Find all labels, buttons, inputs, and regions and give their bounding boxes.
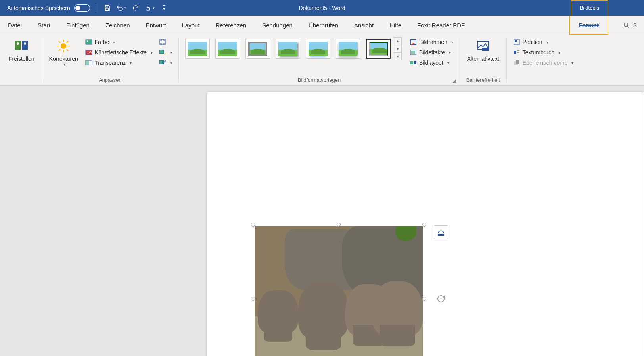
layout-options-button[interactable] [434, 225, 448, 239]
tab-entwurf[interactable]: Entwurf [138, 16, 174, 35]
touch-mode-button[interactable]: ▾ [144, 2, 155, 13]
picture-style-7[interactable] [366, 39, 391, 59]
svg-rect-19 [86, 60, 89, 65]
tab-einfuegen[interactable]: Einfügen [58, 16, 98, 35]
bring-forward-button[interactable]: Ebene nach vorne ▾ [511, 58, 576, 67]
group-anordnen: Position ▾ Textumbruch ▾ Ebene nach vorn… [507, 35, 580, 85]
picture-style-5[interactable] [306, 39, 330, 59]
picture-style-6[interactable] [336, 39, 360, 59]
button-label: Transparenz [95, 60, 126, 66]
gallery-scroll-up[interactable]: ▲ [394, 38, 401, 45]
anpassen-icons-column: ▾ ▾ [157, 37, 174, 67]
change-picture-button[interactable]: ▾ [157, 48, 174, 57]
picture-format-column: Bildrahmen ▾ Bildeffekte ▾ Bildlayout ▾ [407, 37, 456, 67]
picture-border-button[interactable]: Bildrahmen ▾ [407, 37, 456, 47]
svg-rect-32 [514, 51, 516, 54]
chevron-down-icon: ▾ [571, 61, 573, 65]
reset-picture-button[interactable]: ▾ [157, 58, 174, 67]
tab-referenzen[interactable]: Referenzen [208, 16, 255, 35]
picture-style-3[interactable] [245, 39, 270, 59]
picture-layout-button[interactable]: Bildlayout ▾ [407, 58, 456, 67]
autosave-label: Automatisches Speichern [7, 5, 70, 11]
transparency-button[interactable]: Transparenz ▾ [83, 58, 155, 67]
redo-button[interactable] [130, 2, 141, 13]
rotate-handle-icon[interactable] [436, 294, 446, 304]
chevron-down-icon: ▾ [558, 50, 560, 55]
svg-point-5 [24, 42, 26, 45]
svg-point-4 [17, 42, 19, 45]
svg-rect-25 [411, 51, 415, 54]
remove-background-icon [14, 39, 29, 53]
save-icon[interactable] [102, 2, 113, 13]
tell-me-search[interactable]: S [623, 22, 637, 29]
customize-qat-button[interactable]: ▾ [159, 2, 170, 13]
svg-rect-37 [516, 60, 519, 64]
button-label: Position [523, 39, 542, 45]
button-label: Bildeffekte [419, 49, 445, 56]
group-label [21, 77, 22, 85]
undo-button[interactable]: ▾ [116, 2, 127, 13]
tab-start[interactable]: Start [30, 16, 58, 35]
picture-tools-context-tab: Bildtools [571, 0, 608, 16]
picture-bg [372, 281, 423, 337]
alt-text-icon [476, 39, 490, 53]
resize-handle-ml[interactable] [251, 297, 255, 301]
gallery-scroll-down[interactable]: ▼ [394, 45, 401, 53]
compress-pictures-button[interactable] [157, 37, 174, 47]
search-icon [623, 22, 630, 29]
svg-rect-29 [482, 48, 489, 51]
toggle-switch-off-icon[interactable] [74, 4, 90, 12]
position-button[interactable]: Position ▾ [511, 37, 576, 47]
document-canvas[interactable] [0, 86, 644, 356]
resize-handle-mr[interactable] [422, 297, 426, 301]
gallery-items [183, 37, 393, 60]
group-bildformatvorlagen: ▲ ▼ ▾ Bildrahmen ▾ Bildeffekte ▾ [179, 35, 460, 85]
resize-handle-tm[interactable] [337, 223, 341, 227]
resize-handle-tl[interactable] [251, 223, 255, 227]
tab-format[interactable]: Format [570, 22, 608, 29]
color-button[interactable]: Farbe ▾ [83, 37, 155, 47]
group-anpassen: Freistellen [0, 35, 42, 85]
selected-picture[interactable] [253, 225, 424, 356]
tab-datei[interactable]: Datei [0, 16, 30, 35]
tab-ueberpruefen[interactable]: Überprüfen [301, 16, 346, 35]
tab-hilfe[interactable]: Hilfe [381, 16, 409, 35]
svg-point-6 [61, 43, 66, 49]
svg-rect-21 [159, 50, 164, 54]
gallery-scrollbar: ▲ ▼ ▾ [394, 37, 402, 60]
autosave-toggle[interactable]: Automatisches Speichern [7, 4, 90, 12]
tab-ansicht[interactable]: Ansicht [346, 16, 381, 35]
chevron-down-icon[interactable]: ▾ [153, 6, 155, 10]
text-wrap-button[interactable]: Textumbruch ▾ [511, 48, 576, 57]
svg-point-1 [624, 23, 628, 27]
dialog-launcher-icon[interactable]: ◢ [452, 78, 458, 84]
group-label: Anpassen [99, 77, 122, 85]
button-label: Bildrahmen [419, 39, 447, 45]
svg-point-38 [438, 296, 444, 302]
chevron-down-icon: ▾ [163, 5, 165, 11]
corrections-button[interactable]: Korrekturen ▾ [46, 37, 81, 68]
resize-handle-tr[interactable] [422, 223, 426, 227]
transparency-icon [85, 59, 92, 66]
picture-effects-button[interactable]: Bildeffekte ▾ [407, 48, 456, 57]
svg-rect-31 [515, 40, 517, 42]
picture-bg [396, 226, 416, 241]
gallery-expand[interactable]: ▾ [394, 53, 401, 60]
alt-text-button[interactable]: Alternativtext [464, 37, 502, 64]
chevron-down-icon: ▾ [130, 61, 132, 65]
remove-background-button[interactable]: Freistellen [6, 37, 38, 64]
picture-style-1[interactable] [185, 39, 210, 59]
tab-sendungen[interactable]: Sendungen [254, 16, 301, 35]
picture-style-4[interactable] [276, 39, 300, 59]
tab-zeichnen[interactable]: Zeichnen [98, 16, 138, 35]
artistic-effects-button[interactable]: Künstlerische Effekte ▾ [83, 48, 155, 57]
tab-foxit[interactable]: Foxit Reader PDF [409, 16, 473, 35]
picture-style-2[interactable] [215, 39, 240, 59]
svg-rect-20 [160, 39, 165, 45]
chevron-down-icon[interactable]: ▾ [124, 6, 126, 10]
position-icon [513, 38, 520, 46]
svg-rect-27 [414, 61, 416, 64]
svg-rect-15 [86, 40, 92, 44]
tab-layout[interactable]: Layout [174, 16, 208, 35]
group-barrierefreiheit: Alternativtext Barrierefreiheit [460, 35, 506, 85]
